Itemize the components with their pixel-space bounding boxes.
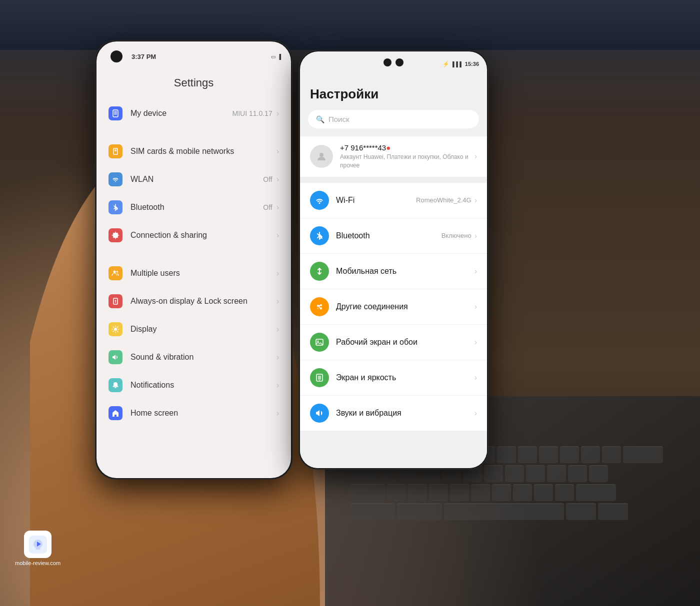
svg-line-14 [319, 306, 320, 308]
always-on-chevron: › [276, 297, 279, 306]
hw-bluetooth-chevron: › [474, 231, 477, 240]
hw-sound-icon [310, 404, 329, 423]
svg-point-7 [115, 300, 116, 301]
hw-item-bluetooth[interactable]: Bluetooth Включено › [300, 218, 487, 254]
svg-point-8 [114, 328, 117, 331]
bluetooth-left-chevron: › [276, 203, 279, 212]
display-icon [108, 322, 122, 336]
account-subtitle: Аккаунт Huawei, Платежи и покупки, Облак… [340, 153, 474, 170]
front-camera-right [384, 58, 404, 66]
site-logo: mobile-review.com [15, 531, 60, 566]
hw-wifi-value: RomeoWhite_2.4G [416, 196, 472, 204]
hw-item-wallpaper[interactable]: Рабочий экран и обои › [300, 325, 487, 360]
hw-bluetooth-icon [310, 226, 329, 245]
svg-rect-1 [114, 111, 117, 115]
svg-point-10 [317, 305, 319, 307]
settings-item-connection[interactable]: Connection & sharing › [96, 221, 291, 249]
hw-item-sound[interactable]: Звуки и вибрация › [300, 396, 487, 431]
hw-mobile-icon [310, 262, 329, 281]
wlan-icon [108, 172, 122, 186]
account-phone: +7 916*****43● [340, 143, 474, 152]
home-label: Home screen [130, 408, 276, 419]
settings-item-display[interactable]: Display › [96, 315, 291, 343]
sound-label: Sound & vibration [130, 352, 276, 363]
hw-bluetooth-value: Включено [442, 232, 472, 239]
sim-chevron: › [276, 147, 279, 156]
home-chevron: › [276, 409, 279, 418]
always-on-icon [108, 294, 122, 308]
settings-item-notifications[interactable]: Notifications › [96, 371, 291, 399]
hw-screen-chevron: › [474, 373, 477, 382]
sim-icon [108, 144, 122, 158]
status-icons-left: ▭ ▐ [271, 54, 281, 59]
time-right: 15:36 [465, 61, 479, 67]
settings-item-users[interactable]: Multiple users › [96, 259, 291, 287]
hw-other-icon [310, 297, 329, 316]
settings-item-always-on[interactable]: Always-on display & Lock screen › [96, 287, 291, 315]
settings-title-left: Settings [96, 74, 291, 89]
users-icon [108, 266, 122, 280]
battery-icon: ▭ [271, 54, 276, 59]
status-icons-right: ⚡ ▐▐▐ 15:36 [442, 61, 479, 67]
connection-chevron: › [276, 231, 279, 240]
hw-wallpaper-label: Рабочий экран и обои [336, 338, 474, 347]
hw-item-other[interactable]: Другие соединения › [300, 289, 487, 325]
settings-item-sim[interactable]: SIM cards & mobile networks › [96, 137, 291, 165]
hw-wifi-label: Wi-Fi [336, 196, 416, 205]
display-label: Display [130, 324, 276, 335]
sound-chevron: › [276, 353, 279, 362]
svg-point-11 [320, 304, 322, 306]
phone-right-screen: ⚡ ▐▐▐ 15:36 Настройки 🔍 Поиск [300, 51, 487, 468]
camera-hole-2 [396, 58, 404, 66]
notifications-icon [108, 378, 122, 392]
phone-left: 3:37 PM ▭ ▐ Settings My device MIUI 11.0… [95, 40, 292, 480]
users-chevron: › [276, 269, 279, 278]
search-placeholder-right: Поиск [328, 115, 350, 123]
hw-other-label: Другие соединения [336, 302, 474, 311]
search-bar-right[interactable]: 🔍 Поиск [308, 110, 479, 128]
settings-item-sound[interactable]: Sound & vibration › [96, 343, 291, 371]
svg-point-19 [319, 380, 320, 381]
hw-wallpaper-chevron: › [474, 338, 477, 347]
hw-bluetooth-label: Bluetooth [336, 231, 442, 240]
svg-point-9 [320, 153, 324, 157]
always-on-label: Always-on display & Lock screen [130, 296, 276, 307]
settings-item-wlan[interactable]: WLAN Off › [96, 165, 291, 193]
display-chevron: › [276, 325, 279, 334]
hw-other-chevron: › [474, 302, 477, 311]
settings-screen-left: Settings My device MIUI 11.0.17 › [96, 69, 291, 478]
svg-rect-18 [318, 376, 321, 380]
svg-rect-3 [114, 149, 116, 151]
home-icon [108, 406, 122, 420]
avatar [310, 145, 333, 168]
svg-point-12 [320, 307, 322, 309]
my-device-chevron: › [276, 109, 279, 118]
hw-settings-list: Wi-Fi RomeoWhite_2.4G › Bluetooth Включе… [300, 183, 487, 431]
settings-item-my-device[interactable]: My device MIUI 11.0.17 › [96, 99, 291, 127]
wifi-status-icon: ▐▐▐ [451, 61, 462, 67]
hw-item-mobile[interactable]: Мобильная сеть › [300, 254, 487, 289]
status-bar-left: 3:37 PM ▭ ▐ [96, 48, 291, 64]
phone-left-screen: 3:37 PM ▭ ▐ Settings My device MIUI 11.0… [96, 41, 291, 478]
notifications-label: Notifications [130, 380, 276, 391]
hw-item-screen[interactable]: Экран и яркость › [300, 360, 487, 396]
signal-icon: ▐ [278, 54, 281, 59]
connection-icon [108, 228, 122, 242]
hw-item-wifi[interactable]: Wi-Fi RomeoWhite_2.4G › [300, 183, 487, 218]
sound-icon [108, 350, 122, 364]
settings-item-bluetooth-left[interactable]: Bluetooth Off › [96, 193, 291, 221]
my-device-label: My device [130, 108, 232, 119]
account-row[interactable]: +7 916*****43● Аккаунт Huawei, Платежи и… [300, 136, 487, 177]
settings-title-right: Настройки [300, 81, 487, 110]
account-dot: ● [386, 143, 390, 152]
wlan-value: Off [263, 175, 272, 183]
svg-point-16 [318, 340, 319, 342]
svg-point-5 [116, 271, 118, 273]
search-icon-right: 🔍 [316, 115, 324, 123]
settings-item-home[interactable]: Home screen › [96, 399, 291, 427]
svg-line-13 [319, 305, 320, 306]
front-camera-left [110, 50, 122, 62]
camera-hole-1 [384, 58, 392, 66]
wlan-label: WLAN [130, 174, 263, 185]
account-info: +7 916*****43● Аккаунт Huawei, Платежи и… [340, 143, 474, 170]
